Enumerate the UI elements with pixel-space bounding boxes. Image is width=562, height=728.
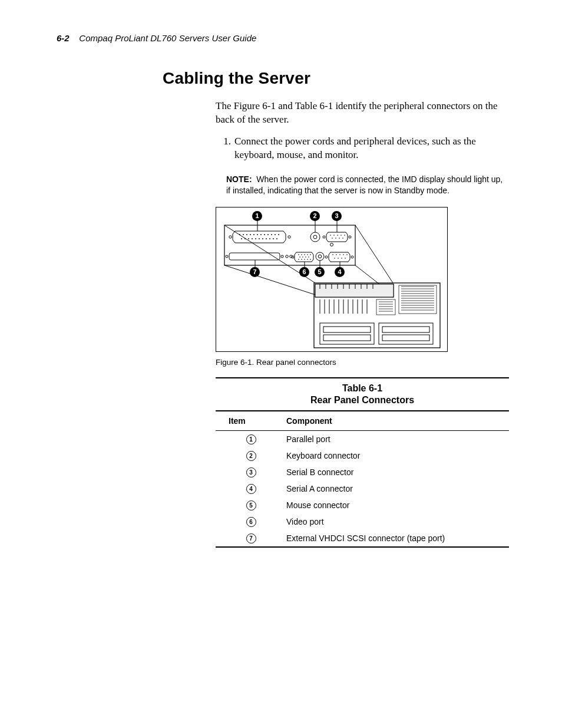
svg-point-31 (333, 235, 335, 236)
svg-point-12 (271, 234, 272, 235)
svg-point-66 (339, 254, 340, 255)
component-cell: Mouse connector (286, 497, 509, 513)
item-marker: 6 (246, 517, 256, 527)
svg-point-54 (298, 259, 299, 260)
component-cell: Serial A connector (286, 480, 509, 497)
svg-point-30 (330, 235, 331, 236)
svg-point-67 (343, 254, 344, 255)
intro-paragraph: The Figure 6-1 and Table 6-1 identify th… (216, 100, 509, 127)
svg-rect-108 (399, 285, 437, 314)
svg-point-39 (330, 243, 333, 246)
svg-line-81 (355, 225, 393, 283)
svg-point-70 (338, 258, 339, 259)
svg-point-38 (342, 238, 343, 239)
svg-point-24 (273, 238, 274, 239)
note-text: When the power cord is connected, the IM… (226, 174, 503, 195)
svg-point-46 (301, 254, 302, 255)
svg-point-57 (307, 259, 308, 260)
svg-rect-111 (379, 323, 433, 344)
svg-point-48 (307, 254, 308, 255)
table-number: Table 6-1 (216, 383, 509, 394)
connectors-table: Item Component 1 Parallel port 2 Keyboar… (216, 411, 509, 548)
svg-point-18 (252, 238, 253, 239)
item-marker: 5 (246, 500, 256, 510)
table-row: 7 External VHDCI SCSI connector (tape po… (216, 530, 509, 546)
callout-6: 6 (299, 267, 309, 277)
svg-rect-115 (382, 335, 429, 341)
running-header: 6-2 Compaq ProLiant DL760 Servers User G… (57, 33, 505, 43)
svg-point-68 (346, 254, 348, 255)
item-marker: 7 (246, 533, 256, 543)
svg-point-33 (340, 235, 342, 236)
svg-point-45 (298, 254, 299, 255)
svg-point-26 (310, 232, 320, 242)
step-1: 1. Connect the power cords and periphera… (216, 135, 509, 162)
component-cell: External VHDCI SCSI connector (tape port… (286, 530, 509, 546)
svg-point-52 (305, 256, 306, 258)
item-marker: 1 (246, 434, 256, 444)
page-number: 6-2 (57, 33, 70, 43)
table-title: Rear Panel Connectors (216, 395, 509, 406)
svg-point-1 (229, 235, 232, 238)
section-heading: Cabling the Server (163, 69, 505, 88)
item-marker: 3 (246, 467, 256, 477)
svg-point-47 (304, 254, 305, 255)
svg-point-9 (260, 234, 262, 235)
svg-point-20 (259, 238, 260, 239)
svg-rect-113 (382, 327, 429, 332)
svg-point-27 (313, 235, 317, 239)
svg-point-22 (266, 238, 267, 239)
table-6-1: Table 6-1 Rear Panel Connectors Item Com… (216, 377, 509, 548)
svg-point-65 (336, 254, 337, 255)
svg-point-60 (316, 252, 324, 261)
th-component: Component (286, 411, 509, 430)
svg-rect-114 (323, 335, 371, 341)
svg-rect-40 (229, 253, 280, 260)
callout-1: 1 (252, 211, 262, 221)
svg-point-64 (332, 254, 333, 255)
svg-point-8 (257, 234, 258, 235)
svg-point-17 (248, 238, 249, 239)
callout-2: 2 (310, 211, 320, 221)
svg-point-42 (281, 255, 283, 258)
svg-point-49 (310, 254, 311, 255)
table-row: 2 Keyboard connector (216, 447, 509, 464)
step-text: Connect the power cords and peripheral d… (234, 135, 509, 162)
svg-point-32 (337, 235, 338, 236)
doc-title: Compaq ProLiant DL760 Servers User Guide (79, 33, 256, 43)
svg-point-6 (250, 234, 251, 235)
svg-point-43 (286, 255, 288, 257)
svg-point-10 (264, 234, 265, 235)
svg-point-37 (339, 238, 340, 239)
svg-point-29 (349, 236, 351, 238)
component-cell: Video port (286, 513, 509, 530)
svg-point-28 (323, 236, 325, 238)
item-marker: 2 (246, 451, 256, 461)
svg-point-51 (302, 256, 303, 258)
svg-point-7 (253, 234, 254, 235)
table-row: 6 Video port (216, 513, 509, 530)
svg-point-63 (351, 256, 353, 258)
table-rule (216, 546, 509, 548)
table-row: 4 Serial A connector (216, 480, 509, 497)
table-row: 5 Mouse connector (216, 497, 509, 513)
svg-point-69 (334, 258, 335, 259)
svg-point-41 (226, 255, 228, 258)
table-row: 3 Serial B connector (216, 464, 509, 480)
svg-point-56 (304, 259, 305, 260)
svg-point-58 (310, 259, 311, 260)
table-rule (216, 377, 509, 378)
callout-4: 4 (335, 267, 345, 277)
component-cell: Parallel port (286, 431, 509, 447)
svg-point-5 (246, 234, 247, 235)
svg-point-34 (344, 235, 345, 236)
svg-point-55 (301, 259, 302, 260)
svg-rect-112 (323, 327, 371, 332)
svg-point-21 (262, 238, 263, 239)
th-item: Item (216, 411, 286, 430)
table-row: 1 Parallel port (216, 431, 509, 447)
component-cell: Keyboard connector (286, 447, 509, 464)
svg-point-4 (243, 234, 244, 235)
svg-point-71 (341, 258, 342, 259)
svg-point-35 (332, 238, 333, 239)
